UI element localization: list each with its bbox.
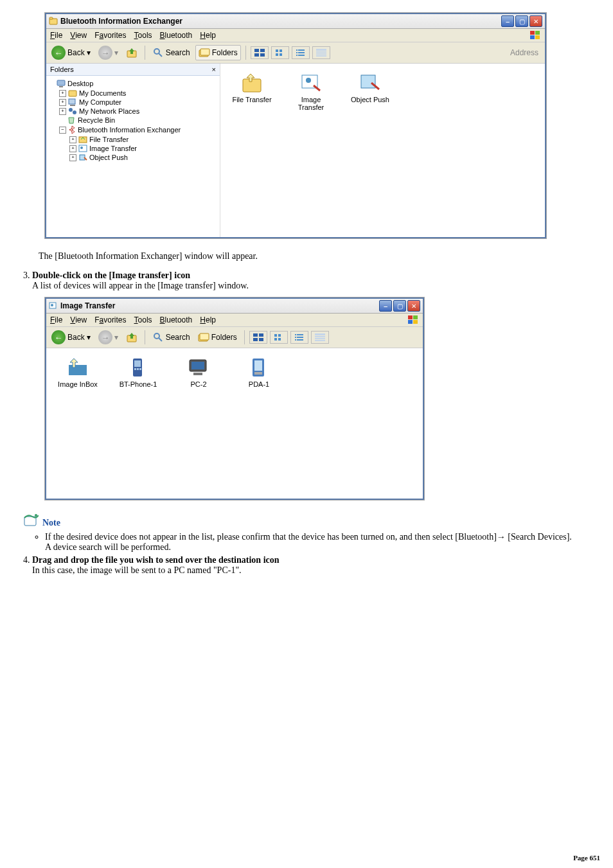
svg-rect-75 [134, 360, 141, 367]
menu-view[interactable]: View [70, 315, 87, 324]
menu-view[interactable]: View [70, 31, 87, 40]
back-button[interactable]: ← Back ▾ [49, 44, 93, 61]
tree-image-transfer[interactable]: + Image Transfer [49, 144, 217, 153]
menu-tools[interactable]: Tools [134, 315, 152, 324]
tree-bluetooth-exchanger[interactable]: − Bluetooth Information Exchanger [49, 125, 217, 135]
item-bt-phone-1[interactable]: BT-Phone-1 [116, 356, 161, 491]
svg-rect-25 [316, 49, 326, 51]
folders-button[interactable]: Folders [195, 45, 241, 60]
view-icons-button[interactable] [270, 331, 288, 344]
svg-rect-12 [260, 49, 265, 52]
tree-recycle-bin[interactable]: Recycle Bin [49, 116, 217, 125]
menu-file[interactable]: File [50, 31, 62, 40]
svg-rect-2 [530, 31, 535, 35]
desktop-icon [57, 79, 66, 88]
menu-bluetooth[interactable]: Bluetooth [160, 315, 193, 324]
svg-line-52 [159, 338, 162, 341]
view-tiles-button[interactable] [249, 331, 267, 344]
tree-desktop[interactable]: Desktop [49, 78, 217, 89]
minimize-button[interactable]: ‒ [379, 300, 392, 312]
maximize-button[interactable]: ▢ [393, 300, 406, 312]
svg-rect-68 [297, 339, 303, 341]
folders-button[interactable]: Folders [195, 330, 240, 344]
note-icon [22, 513, 39, 528]
svg-rect-55 [253, 333, 258, 337]
menu-bluetooth[interactable]: Bluetooth [160, 31, 193, 40]
dropdown-icon: ▾ [87, 48, 91, 57]
svg-rect-32 [69, 99, 75, 104]
caption-1: The [Bluetooth Information Exchanger] wi… [39, 251, 594, 261]
svg-rect-43 [361, 75, 375, 88]
svg-rect-59 [274, 334, 277, 337]
svg-rect-61 [274, 338, 277, 341]
menu-favorites[interactable]: Favorites [94, 315, 126, 324]
svg-rect-73 [69, 365, 87, 375]
image-transfer-icon [299, 71, 323, 94]
item-file-transfer[interactable]: File Transfer [229, 71, 274, 103]
menu-file[interactable]: File [50, 315, 62, 324]
item-image-transfer[interactable]: Image Transfer [289, 71, 333, 111]
menu-help[interactable]: Help [200, 31, 216, 40]
menu-help[interactable]: Help [200, 315, 216, 324]
svg-rect-18 [280, 53, 282, 56]
svg-point-35 [73, 111, 76, 114]
folders-header: Folders [50, 66, 74, 73]
search-icon [152, 47, 164, 58]
tree-my-network[interactable]: + My Network Places [49, 107, 217, 116]
menu-favorites[interactable]: Favorites [94, 31, 126, 40]
search-button[interactable]: Search [150, 46, 193, 60]
view-tiles-button[interactable] [251, 46, 269, 59]
search-button[interactable]: Search [150, 330, 193, 344]
svg-rect-57 [253, 338, 258, 341]
view-icons-button[interactable] [271, 46, 289, 59]
forward-button[interactable]: → ▾ [96, 44, 121, 61]
view-details-button[interactable] [311, 331, 329, 344]
svg-rect-76 [134, 368, 136, 370]
recycle-icon [67, 116, 76, 124]
svg-rect-47 [413, 315, 418, 319]
back-button[interactable]: ← Back ▾ [49, 329, 93, 346]
svg-rect-15 [276, 49, 278, 52]
svg-rect-29 [57, 80, 65, 85]
svg-rect-62 [278, 338, 281, 341]
back-icon: ← [51, 330, 66, 344]
svg-rect-21 [296, 52, 298, 53]
svg-rect-30 [59, 86, 63, 87]
note-label: Note [42, 518, 60, 528]
item-pda-1[interactable]: PDA-1 [236, 356, 281, 491]
tree-my-computer[interactable]: + My Computer [49, 98, 217, 107]
up-button[interactable] [123, 46, 140, 60]
view-details-button[interactable] [312, 46, 330, 59]
windows-flag-icon [407, 315, 419, 325]
tree-file-transfer[interactable]: + File Transfer [49, 135, 217, 144]
item-image-inbox[interactable]: Image InBox [55, 356, 100, 491]
view-list-button[interactable] [292, 46, 310, 59]
forward-button[interactable]: → ▾ [96, 329, 121, 346]
menu-tools[interactable]: Tools [134, 31, 152, 40]
folders-close-button[interactable]: × [212, 66, 216, 73]
minimize-button[interactable]: ‒ [501, 15, 514, 27]
address-label: Address [506, 47, 542, 58]
close-button[interactable]: ✕ [529, 15, 542, 27]
svg-point-38 [80, 146, 83, 149]
up-button[interactable] [123, 330, 140, 344]
svg-point-45 [51, 304, 53, 306]
window-title: Image Transfer [60, 301, 379, 310]
svg-rect-19 [296, 49, 298, 51]
svg-rect-28 [316, 55, 326, 57]
tree-my-documents[interactable]: + My Documents [49, 89, 217, 98]
svg-rect-14 [260, 53, 265, 57]
tree-object-push[interactable]: + Object Push [49, 153, 217, 162]
svg-rect-26 [316, 51, 326, 53]
inbox-icon [66, 356, 89, 379]
item-object-push[interactable]: Object Push [348, 71, 393, 103]
svg-rect-49 [413, 320, 418, 324]
maximize-button[interactable]: ▢ [515, 15, 528, 27]
svg-rect-84 [254, 372, 262, 375]
view-list-button[interactable] [290, 331, 308, 344]
svg-rect-46 [408, 315, 413, 319]
close-button[interactable]: ✕ [407, 300, 420, 312]
svg-rect-33 [70, 105, 75, 106]
svg-rect-1 [49, 17, 53, 19]
item-pc-2[interactable]: PC-2 [176, 356, 221, 491]
